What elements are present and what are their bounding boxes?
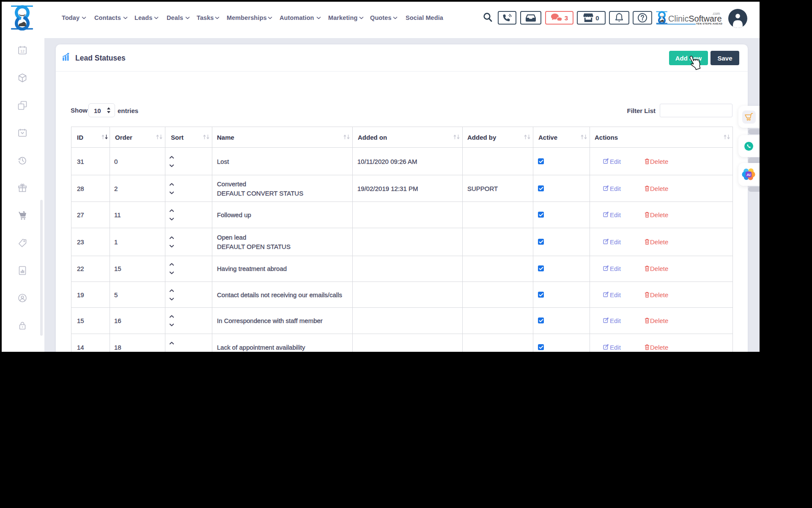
svg-text:AI: AI: [746, 172, 750, 177]
svg-text:12: 12: [20, 49, 25, 53]
